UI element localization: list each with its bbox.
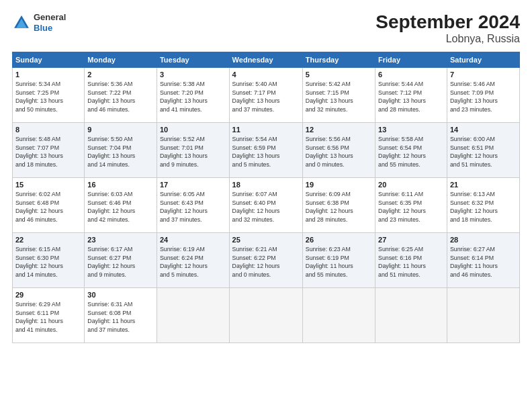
logo: General Blue [12, 12, 66, 33]
table-row: 6Sunrise: 5:44 AM Sunset: 7:12 PM Daylig… [375, 67, 447, 122]
day-info: Sunrise: 6:13 AM Sunset: 6:32 PM Dayligh… [450, 190, 517, 224]
logo-text: General Blue [34, 12, 66, 33]
day-number: 3 [160, 71, 226, 79]
day-info: Sunrise: 5:46 AM Sunset: 7:09 PM Dayligh… [450, 80, 517, 114]
day-number: 25 [232, 236, 300, 244]
table-row [302, 287, 375, 342]
day-info: Sunrise: 6:15 AM Sunset: 6:30 PM Dayligh… [15, 245, 81, 279]
table-row: 4Sunrise: 5:40 AM Sunset: 7:17 PM Daylig… [229, 67, 302, 122]
table-row: 9Sunrise: 5:50 AM Sunset: 7:04 PM Daylig… [85, 122, 157, 177]
col-wednesday: Wednesday [229, 52, 302, 67]
col-saturday: Saturday [447, 52, 519, 67]
day-info: Sunrise: 6:19 AM Sunset: 6:24 PM Dayligh… [160, 245, 226, 279]
day-info: Sunrise: 6:27 AM Sunset: 6:14 PM Dayligh… [450, 245, 517, 279]
table-row: 28Sunrise: 6:27 AM Sunset: 6:14 PM Dayli… [447, 232, 519, 287]
table-row [375, 287, 447, 342]
day-info: Sunrise: 6:05 AM Sunset: 6:43 PM Dayligh… [160, 190, 226, 224]
day-info: Sunrise: 5:58 AM Sunset: 6:54 PM Dayligh… [378, 135, 444, 169]
day-info: Sunrise: 6:21 AM Sunset: 6:22 PM Dayligh… [232, 245, 300, 279]
day-number: 5 [306, 71, 372, 79]
day-info: Sunrise: 5:54 AM Sunset: 6:59 PM Dayligh… [232, 135, 300, 169]
day-info: Sunrise: 5:52 AM Sunset: 7:01 PM Dayligh… [160, 135, 226, 169]
day-number: 8 [15, 126, 81, 134]
col-sunday: Sunday [13, 52, 85, 67]
day-info: Sunrise: 5:38 AM Sunset: 7:20 PM Dayligh… [160, 80, 226, 114]
day-number: 4 [232, 71, 300, 79]
day-number: 21 [450, 181, 517, 189]
table-row: 2Sunrise: 5:36 AM Sunset: 7:22 PM Daylig… [85, 67, 157, 122]
table-row: 7Sunrise: 5:46 AM Sunset: 7:09 PM Daylig… [447, 67, 519, 122]
day-number: 9 [87, 126, 154, 134]
day-info: Sunrise: 6:03 AM Sunset: 6:46 PM Dayligh… [87, 190, 154, 224]
table-row: 15Sunrise: 6:02 AM Sunset: 6:48 PM Dayli… [13, 177, 85, 232]
day-number: 12 [306, 126, 372, 134]
day-number: 15 [15, 181, 81, 189]
day-info: Sunrise: 5:34 AM Sunset: 7:25 PM Dayligh… [15, 80, 81, 114]
col-tuesday: Tuesday [157, 52, 229, 67]
day-info: Sunrise: 6:23 AM Sunset: 6:19 PM Dayligh… [306, 245, 372, 279]
table-row: 8Sunrise: 5:48 AM Sunset: 7:07 PM Daylig… [13, 122, 85, 177]
table-row: 13Sunrise: 5:58 AM Sunset: 6:54 PM Dayli… [375, 122, 447, 177]
table-row: 11Sunrise: 5:54 AM Sunset: 6:59 PM Dayli… [229, 122, 302, 177]
col-monday: Monday [85, 52, 157, 67]
table-row: 1Sunrise: 5:34 AM Sunset: 7:25 PM Daylig… [13, 67, 85, 122]
table-row [157, 287, 229, 342]
table-row: 14Sunrise: 6:00 AM Sunset: 6:51 PM Dayli… [447, 122, 519, 177]
table-row: 12Sunrise: 5:56 AM Sunset: 6:56 PM Dayli… [302, 122, 375, 177]
calendar-header-row: Sunday Monday Tuesday Wednesday Thursday… [13, 52, 520, 67]
table-row: 17Sunrise: 6:05 AM Sunset: 6:43 PM Dayli… [157, 177, 229, 232]
day-info: Sunrise: 6:09 AM Sunset: 6:38 PM Dayligh… [306, 190, 372, 224]
day-number: 24 [160, 236, 226, 244]
day-number: 7 [450, 71, 517, 79]
day-info: Sunrise: 5:44 AM Sunset: 7:12 PM Dayligh… [378, 80, 444, 114]
table-row: 5Sunrise: 5:42 AM Sunset: 7:15 PM Daylig… [302, 67, 375, 122]
table-row: 19Sunrise: 6:09 AM Sunset: 6:38 PM Dayli… [302, 177, 375, 232]
day-info: Sunrise: 5:40 AM Sunset: 7:17 PM Dayligh… [232, 80, 300, 114]
table-row: 26Sunrise: 6:23 AM Sunset: 6:19 PM Dayli… [302, 232, 375, 287]
day-info: Sunrise: 5:48 AM Sunset: 7:07 PM Dayligh… [15, 135, 81, 169]
day-number: 13 [378, 126, 444, 134]
day-info: Sunrise: 6:25 AM Sunset: 6:16 PM Dayligh… [378, 245, 444, 279]
day-info: Sunrise: 6:00 AM Sunset: 6:51 PM Dayligh… [450, 135, 517, 169]
day-number: 28 [450, 236, 517, 244]
table-row: 20Sunrise: 6:11 AM Sunset: 6:35 PM Dayli… [375, 177, 447, 232]
day-number: 18 [232, 181, 300, 189]
day-info: Sunrise: 5:36 AM Sunset: 7:22 PM Dayligh… [87, 80, 154, 114]
page: General Blue September 2024 Lobnya, Russ… [0, 0, 532, 411]
col-friday: Friday [375, 52, 447, 67]
day-info: Sunrise: 5:50 AM Sunset: 7:04 PM Dayligh… [87, 135, 154, 169]
day-info: Sunrise: 5:42 AM Sunset: 7:15 PM Dayligh… [306, 80, 372, 114]
day-number: 14 [450, 126, 517, 134]
day-info: Sunrise: 6:17 AM Sunset: 6:27 PM Dayligh… [87, 245, 154, 279]
day-info: Sunrise: 6:07 AM Sunset: 6:40 PM Dayligh… [232, 190, 300, 224]
day-info: Sunrise: 6:02 AM Sunset: 6:48 PM Dayligh… [15, 190, 81, 224]
calendar-week-row: 29Sunrise: 6:29 AM Sunset: 6:11 PM Dayli… [13, 287, 520, 342]
day-number: 17 [160, 181, 226, 189]
logo-blue: Blue [34, 23, 66, 34]
logo-icon [12, 13, 31, 32]
col-thursday: Thursday [302, 52, 375, 67]
table-row: 24Sunrise: 6:19 AM Sunset: 6:24 PM Dayli… [157, 232, 229, 287]
day-number: 6 [378, 71, 444, 79]
day-info: Sunrise: 5:56 AM Sunset: 6:56 PM Dayligh… [306, 135, 372, 169]
calendar: Sunday Monday Tuesday Wednesday Thursday… [12, 52, 520, 343]
logo-general: General [34, 12, 66, 23]
title-area: September 2024 Lobnya, Russia [375, 12, 520, 45]
day-info: Sunrise: 6:29 AM Sunset: 6:11 PM Dayligh… [15, 300, 81, 334]
table-row: 30Sunrise: 6:31 AM Sunset: 6:08 PM Dayli… [85, 287, 157, 342]
day-number: 29 [15, 291, 81, 299]
day-number: 27 [378, 236, 444, 244]
calendar-week-row: 1Sunrise: 5:34 AM Sunset: 7:25 PM Daylig… [13, 67, 520, 122]
table-row [229, 287, 302, 342]
calendar-week-row: 8Sunrise: 5:48 AM Sunset: 7:07 PM Daylig… [13, 122, 520, 177]
calendar-week-row: 22Sunrise: 6:15 AM Sunset: 6:30 PM Dayli… [13, 232, 520, 287]
day-number: 1 [15, 71, 81, 79]
table-row: 21Sunrise: 6:13 AM Sunset: 6:32 PM Dayli… [447, 177, 519, 232]
day-number: 10 [160, 126, 226, 134]
table-row: 29Sunrise: 6:29 AM Sunset: 6:11 PM Dayli… [13, 287, 85, 342]
header: General Blue September 2024 Lobnya, Russ… [12, 12, 520, 45]
day-info: Sunrise: 6:11 AM Sunset: 6:35 PM Dayligh… [378, 190, 444, 224]
day-number: 30 [87, 291, 154, 299]
day-number: 19 [306, 181, 372, 189]
day-number: 23 [87, 236, 154, 244]
